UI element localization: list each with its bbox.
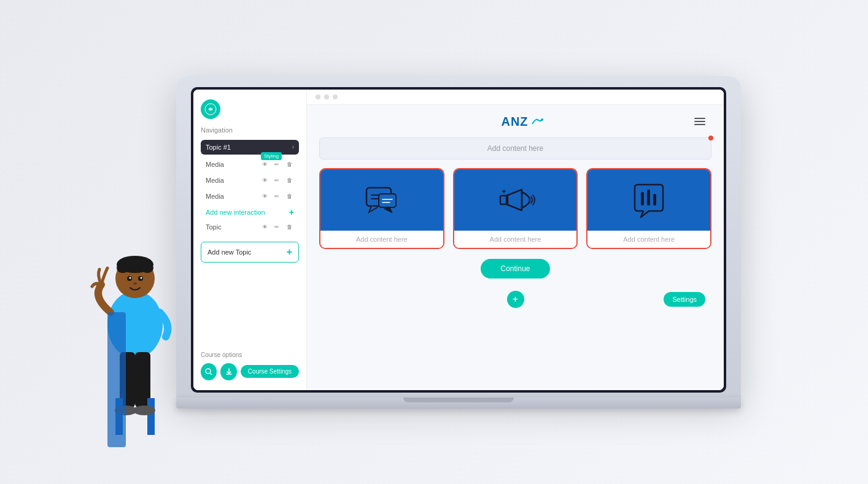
browser-dot-3 (333, 94, 338, 99)
card-2-caption: Add content here (454, 231, 577, 248)
laptop-container: Navigation Topic #1 › Styling Media 👁 (176, 76, 741, 409)
card-2-image (454, 169, 577, 231)
topic-row-label: Topic (206, 223, 222, 231)
anz-logo-text: ANZ (501, 115, 528, 129)
media-item-2[interactable]: Media 👁 ✏ 🗑 (201, 173, 299, 188)
media-label-1: Media (206, 161, 224, 168)
course-options-label: Course options (201, 351, 299, 358)
delete-icon-3[interactable]: 🗑 (284, 191, 294, 201)
topic-item[interactable]: Topic #1 › (201, 140, 299, 155)
sidebar: Navigation Topic #1 › Styling Media 👁 (193, 90, 307, 390)
svg-point-8 (141, 277, 142, 279)
add-slide-button[interactable]: + (507, 291, 524, 308)
sidebar-spacer (201, 263, 299, 351)
card-1-caption: Add content here (320, 231, 443, 248)
topic-delete-icon[interactable]: 🗑 (284, 222, 294, 232)
delete-icon-1[interactable]: 🗑 (284, 159, 294, 169)
card-2[interactable]: Add content here (453, 168, 578, 249)
media-icons-3: 👁 ✏ 🗑 (260, 191, 294, 201)
styling-badge: Styling (261, 152, 282, 160)
edit-icon-1[interactable]: ✏ (272, 159, 282, 169)
continue-button[interactable]: Continue (481, 259, 549, 278)
visibility-icon-1[interactable]: 👁 (260, 159, 269, 169)
anz-bird-icon (531, 117, 543, 126)
card-3-caption: Add content here (587, 231, 710, 248)
topic-visibility-icon[interactable]: 👁 (260, 222, 269, 232)
card-2-corner-dot (574, 168, 578, 172)
megaphone-icon (494, 179, 537, 221)
download-icon (225, 368, 233, 375)
visibility-icon-2[interactable]: 👁 (260, 175, 269, 185)
laptop-body: Navigation Topic #1 › Styling Media 👁 (176, 76, 741, 398)
add-content-banner[interactable]: Add content here (319, 137, 711, 159)
scene: Navigation Topic #1 › Styling Media 👁 (0, 0, 868, 484)
navigation-label: Navigation (201, 126, 299, 134)
banner-corner-dot (708, 136, 713, 140)
main-content: ANZ (307, 90, 724, 390)
svg-rect-29 (647, 190, 650, 206)
topic-chevron-icon: › (292, 144, 294, 150)
svg-point-15 (133, 405, 155, 415)
media-icons-1: 👁 ✏ 🗑 (260, 159, 294, 169)
download-button[interactable] (220, 363, 236, 380)
add-content-banner-text: Add content here (487, 144, 543, 153)
speech-bars-icon (627, 179, 670, 221)
add-interaction-btn[interactable]: Add new interaction + (201, 205, 299, 220)
chat-icon (360, 179, 403, 221)
add-interaction-plus-icon: + (289, 207, 294, 217)
search-button[interactable] (201, 363, 217, 380)
topic-row[interactable]: Topic 👁 ✏ 🗑 (201, 220, 299, 234)
card-3-image (587, 169, 710, 231)
anz-logo: ANZ (501, 115, 543, 129)
laptop-base (176, 398, 741, 409)
card-1-image (320, 169, 443, 231)
media-label-2: Media (206, 177, 224, 184)
svg-point-20 (541, 118, 543, 121)
browser-bar (307, 90, 724, 105)
app-logo (201, 99, 220, 119)
media-label-3: Media (206, 193, 224, 200)
svg-rect-28 (641, 192, 644, 206)
svg-point-4 (141, 263, 153, 273)
media-icons-2: 👁 ✏ 🗑 (260, 175, 294, 185)
edit-icon-2[interactable]: ✏ (272, 175, 282, 185)
card-1-corner-dot (441, 168, 444, 172)
add-slide-plus-icon: + (513, 294, 518, 305)
hamburger-line-1 (694, 118, 705, 119)
hamburger-menu-icon[interactable] (694, 118, 705, 125)
card-1[interactable]: Add content here (319, 168, 444, 249)
settings-button[interactable]: Settings (664, 292, 705, 307)
svg-point-18 (206, 369, 211, 374)
anz-header: ANZ (319, 115, 711, 129)
visibility-icon-3[interactable]: 👁 (260, 191, 269, 201)
hamburger-line-3 (694, 124, 705, 125)
svg-rect-24 (379, 194, 396, 207)
content-bottom-bar: + Settings (319, 287, 711, 312)
cards-row: Add content here (319, 168, 711, 249)
svg-rect-16 (107, 312, 126, 447)
svg-rect-13 (147, 398, 155, 435)
svg-point-7 (130, 277, 131, 279)
card-3[interactable]: Add content here (586, 168, 711, 249)
media-item-1[interactable]: Styling Media 👁 ✏ 🗑 (201, 157, 299, 172)
laptop-screen-outer: Navigation Topic #1 › Styling Media 👁 (191, 87, 726, 393)
edit-icon-3[interactable]: ✏ (272, 191, 282, 201)
card-3-corner-dot (708, 168, 711, 172)
svg-point-9 (133, 282, 137, 285)
add-new-topic-plus-icon: + (287, 247, 292, 258)
add-new-topic-label: Add new Topic (207, 248, 251, 256)
add-new-topic-button[interactable]: Add new Topic + (201, 242, 299, 263)
search-icon (205, 368, 212, 375)
sidebar-bottom: Course Settings (201, 363, 299, 380)
topic-edit-icon[interactable]: ✏ (272, 222, 282, 232)
delete-icon-2[interactable]: 🗑 (284, 175, 294, 185)
media-item-3[interactable]: Media 👁 ✏ 🗑 (201, 189, 299, 204)
svg-line-19 (210, 373, 212, 375)
topic-row-icons: 👁 ✏ 🗑 (260, 222, 294, 232)
laptop-screen: Navigation Topic #1 › Styling Media 👁 (193, 90, 724, 390)
content-viewer: ANZ (307, 105, 724, 390)
svg-rect-30 (653, 194, 656, 206)
browser-dot-1 (316, 94, 320, 99)
course-settings-button[interactable]: Course Settings (241, 365, 299, 378)
hamburger-line-2 (694, 121, 705, 122)
